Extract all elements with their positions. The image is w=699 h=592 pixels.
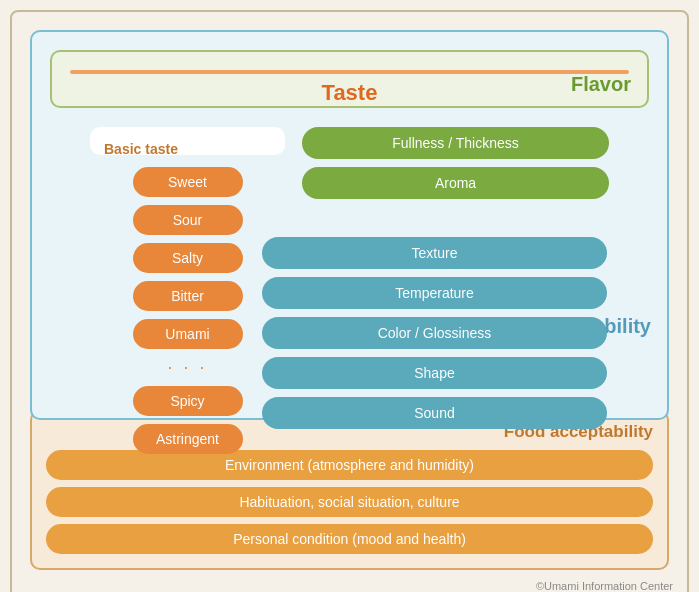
main-container: Food acceptability Environment (atmosphe… xyxy=(10,10,689,592)
taste-item-bitter: Bitter xyxy=(133,281,243,311)
palatability-box: Palatability Flavor Taste Basic taste Sw… xyxy=(30,30,669,420)
food-acc-item-personal: Personal condition (mood and health) xyxy=(46,524,653,554)
flavor-item-fullness: Fullness / Thickness xyxy=(302,127,609,159)
taste-item-astringent: Astringent xyxy=(133,424,243,454)
taste-dots: · · · xyxy=(104,357,271,378)
taste-title: Taste xyxy=(72,72,627,106)
taste-box: Taste Basic taste Sweet Sour Salty Bitte… xyxy=(70,70,629,74)
taste-item-salty: Salty xyxy=(133,243,243,273)
palatability-item-color: Color / Glossiness xyxy=(262,317,607,349)
taste-item-sweet: Sweet xyxy=(133,167,243,197)
food-acc-item-environment: Environment (atmosphere and humidity) xyxy=(46,450,653,480)
basic-taste-box: Basic taste Sweet Sour Salty Bitter Umam… xyxy=(90,127,285,155)
palatability-item-shape: Shape xyxy=(262,357,607,389)
taste-item-sour: Sour xyxy=(133,205,243,235)
palatability-items-area: Texture Temperature Color / Glossiness S… xyxy=(262,237,607,429)
basic-taste-label: Basic taste xyxy=(104,141,271,157)
palatability-item-sound: Sound xyxy=(262,397,607,429)
palatability-item-texture: Texture xyxy=(262,237,607,269)
flavor-box: Flavor Taste Basic taste Sweet Sour Salt… xyxy=(50,50,649,108)
copyright: ©Umami Information Center xyxy=(536,580,673,592)
taste-item-umami: Umami xyxy=(133,319,243,349)
food-acc-item-habituation: Habituation, social situation, culture xyxy=(46,487,653,517)
palatability-item-temperature: Temperature xyxy=(262,277,607,309)
food-acceptability-box: Food acceptability Environment (atmosphe… xyxy=(30,410,669,570)
flavor-item-aroma: Aroma xyxy=(302,167,609,199)
taste-item-spicy: Spicy xyxy=(133,386,243,416)
